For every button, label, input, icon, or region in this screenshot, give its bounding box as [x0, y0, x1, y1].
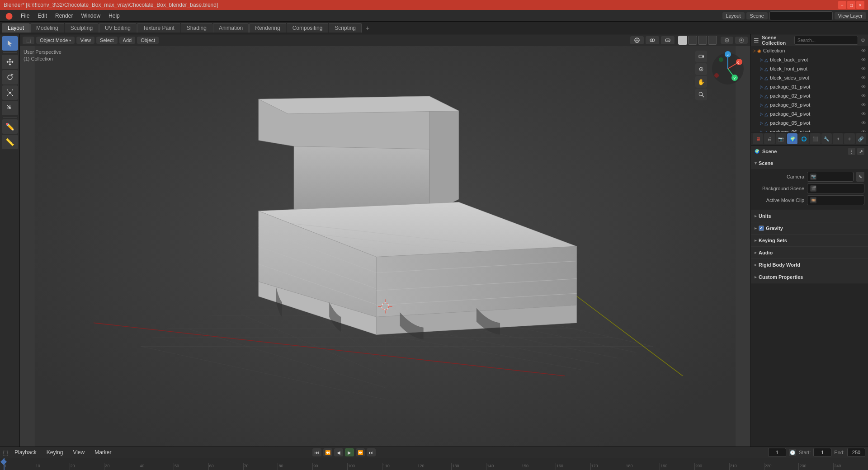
scene-search[interactable]: [769, 11, 833, 20]
outliner-visibility-icon[interactable]: 👁: [861, 48, 866, 53]
viewport-select-menu[interactable]: Select: [96, 37, 118, 44]
step-forward-button[interactable]: ⏩: [356, 448, 365, 456]
timeline-keying-menu[interactable]: Keying: [43, 448, 67, 456]
outliner-visibility-icon[interactable]: 👁: [861, 66, 866, 71]
gravity-section-header[interactable]: ▸ ✓ Gravity: [751, 222, 868, 234]
proportional-edit-toggle[interactable]: [735, 37, 748, 44]
jump-to-end-button[interactable]: ⏭: [367, 448, 376, 456]
timeline-marker-menu[interactable]: Marker: [91, 448, 115, 456]
viewport-xray-toggle[interactable]: [661, 36, 675, 44]
props-tab-constraints[interactable]: 🔗: [856, 133, 866, 144]
play-reverse-button[interactable]: ◀: [334, 448, 343, 456]
select-tool-button[interactable]: [2, 36, 18, 51]
scale-tool-button[interactable]: [2, 85, 18, 100]
play-button[interactable]: ▶: [345, 448, 354, 456]
props-tab-view-layer[interactable]: 📷: [776, 133, 786, 144]
measure-tool-button[interactable]: 📏: [2, 135, 18, 149]
camera-view-button[interactable]: [695, 51, 707, 62]
outliner-visibility-icon[interactable]: 👁: [861, 84, 866, 89]
tab-animation[interactable]: Animation: [213, 23, 249, 33]
panel-options-button[interactable]: ⋮: [848, 148, 855, 155]
current-frame-field[interactable]: 1: [768, 448, 786, 457]
viewport-overlays-toggle[interactable]: [646, 36, 659, 44]
scene-section-header[interactable]: ▾ Scene: [751, 157, 868, 169]
menu-render[interactable]: Render: [52, 12, 76, 20]
gravity-checkbox[interactable]: ✓: [759, 226, 764, 231]
outliner-item[interactable]: ▷ ◉ Collection 👁: [751, 46, 868, 55]
units-section-header[interactable]: ▸ Units: [751, 210, 868, 222]
menu-help[interactable]: Help: [105, 12, 123, 20]
outliner-item[interactable]: ▷ △ package_02_pivot 👁: [751, 91, 868, 100]
outliner-item[interactable]: ▷ △ package_05_pivot 👁: [751, 118, 868, 127]
active-movie-clip-value[interactable]: 🎞️: [807, 195, 864, 205]
props-tab-render[interactable]: 🖥: [753, 133, 763, 144]
outliner-visibility-icon[interactable]: 👁: [861, 57, 866, 62]
start-frame-field[interactable]: 1: [813, 448, 831, 457]
panel-expand-button[interactable]: ↗: [857, 148, 864, 155]
end-frame-field[interactable]: 250: [847, 448, 865, 457]
outliner-visibility-icon[interactable]: 👁: [861, 111, 866, 117]
tab-shading[interactable]: Shading: [181, 23, 212, 33]
props-tab-physics[interactable]: ⚛: [844, 133, 854, 144]
minimize-button[interactable]: −: [838, 1, 846, 9]
timeline-view-menu[interactable]: View: [69, 448, 88, 456]
rigid-body-world-section-header[interactable]: ▸ Rigid Body World: [751, 259, 868, 271]
menu-blender[interactable]: ⬤: [2, 11, 16, 20]
outliner-filter-button[interactable]: ⚙: [861, 38, 865, 43]
grab-button[interactable]: ✋: [695, 76, 707, 88]
camera-pick-button[interactable]: ✎: [856, 172, 864, 182]
jump-to-start-button[interactable]: ⏮: [312, 448, 321, 456]
outliner-item[interactable]: ▷ △ package_01_pivot 👁: [751, 82, 868, 91]
scene-view[interactable]: [20, 34, 750, 446]
solid-shading-button[interactable]: [678, 36, 687, 45]
outliner-search-input[interactable]: [794, 36, 858, 45]
outliner-item[interactable]: ▷ △ block_front_pivot 👁: [751, 64, 868, 73]
props-tab-object[interactable]: ⬛: [810, 133, 820, 144]
navigation-gizmo[interactable]: X Y Z: [710, 51, 746, 87]
timeline-ruler[interactable]: 1102030405060708090100110120130140150160…: [0, 458, 868, 470]
viewport-snap-toggle[interactable]: [721, 37, 733, 44]
outliner-item[interactable]: ▷ △ package_04_pivot 👁: [751, 109, 868, 118]
tab-scripting[interactable]: Scripting: [329, 23, 362, 33]
outliner-item[interactable]: ▷ △ block_sides_pivot 👁: [751, 73, 868, 82]
material-shading-button[interactable]: [688, 36, 697, 45]
add-workspace-button[interactable]: +: [362, 23, 373, 33]
props-tab-world[interactable]: 🌐: [798, 133, 809, 144]
tab-rendering[interactable]: Rendering: [249, 23, 286, 33]
outliner-item[interactable]: ▷ △ package_03_pivot 👁: [751, 100, 868, 109]
tab-layout[interactable]: Layout: [2, 23, 30, 33]
props-tab-particles[interactable]: ✦: [833, 133, 843, 144]
outliner-visibility-icon[interactable]: 👁: [861, 120, 866, 126]
audio-section-header[interactable]: ▸ Audio: [751, 247, 868, 258]
menu-edit[interactable]: Edit: [34, 12, 51, 20]
wireframe-shading-button[interactable]: [708, 36, 717, 45]
timeline-editor-type-button[interactable]: ⬚: [3, 449, 8, 456]
viewport-gizmos-toggle[interactable]: [630, 36, 644, 44]
keying-sets-section-header[interactable]: ▸ Keying Sets: [751, 235, 868, 246]
annotate-tool-button[interactable]: ✏️: [2, 119, 18, 134]
viewport-add-menu[interactable]: Add: [119, 37, 136, 44]
editor-type-button[interactable]: ⬚: [23, 37, 34, 44]
outliner-item[interactable]: ▷ △ package_06_pivot 👁: [751, 127, 868, 132]
close-button[interactable]: ×: [856, 1, 864, 9]
outliner-visibility-icon[interactable]: 👁: [861, 102, 866, 108]
menu-window[interactable]: Window: [77, 12, 104, 20]
outliner-visibility-icon[interactable]: 👁: [861, 75, 866, 80]
zoom-button[interactable]: [695, 89, 707, 100]
tab-compositing[interactable]: Compositing: [287, 23, 329, 33]
outliner-item[interactable]: ▷ △ block_back_pivot 👁: [751, 55, 868, 64]
custom-properties-section-header[interactable]: ▸ Custom Properties: [751, 271, 868, 283]
transform-tool-button[interactable]: [2, 101, 18, 115]
move-tool-button[interactable]: [2, 55, 18, 69]
props-tab-modifiers[interactable]: 🔧: [821, 133, 832, 144]
render-view-button[interactable]: [695, 63, 707, 75]
props-tab-output[interactable]: 🖨: [764, 133, 774, 144]
viewport[interactable]: ⬚ Object Mode ▾ View Select Add Object: [20, 34, 750, 446]
background-scene-value[interactable]: 🎬: [807, 183, 864, 193]
menu-file[interactable]: File: [17, 12, 33, 20]
step-back-button[interactable]: ⏪: [323, 448, 332, 456]
outliner-visibility-icon[interactable]: 👁: [861, 93, 866, 99]
timeline-playback-menu[interactable]: Playback: [11, 448, 40, 456]
viewport-object-menu[interactable]: Object: [137, 37, 159, 44]
camera-value[interactable]: 📷: [807, 172, 854, 182]
